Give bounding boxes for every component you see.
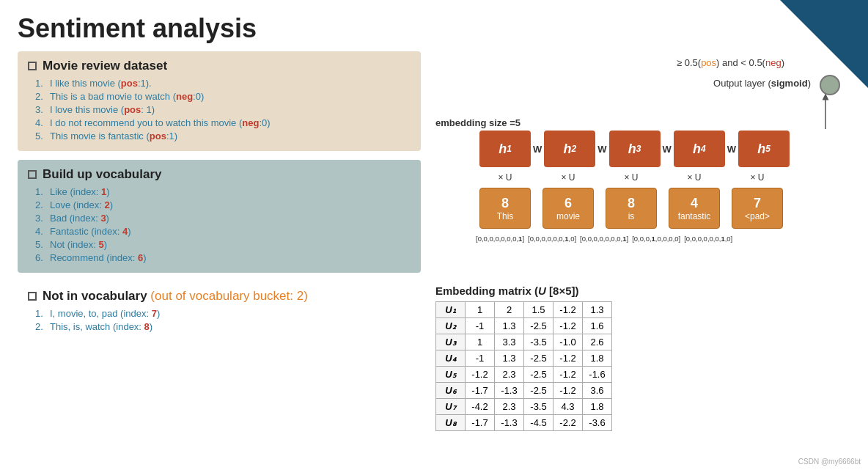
output-layer-label: Output layer (sigmoid) [713,78,811,89]
list-item: 4. Fantastic (index: 4) [35,226,411,237]
vocabulary-list: 1. Like (index: 1) 2. Love (index: 2) 3.… [28,186,411,263]
list-item: 2. This is a bad movie to watch (neg:0) [35,91,411,102]
nn-diagram: ≥ 0.5(pos) and < 0.5(neg) Output layer (… [435,51,850,279]
list-item: 1. I, movie, to, pad (index: 7) [35,308,411,319]
table-row: U₆-1.7-1.3-2.5-1.23.6 [436,383,612,399]
main-layout: Movie review dataset 1. I like this movi… [0,51,868,431]
table-row: U₂-11.3-2.5-1.21.6 [436,318,612,334]
table-row: U₅-1.22.3-2.5-1.2-1.6 [436,367,612,383]
h-boxes-row: h1 W h2 W h3 W h4 W h5 [479,131,790,167]
page-title: Sentiment analysis [0,0,868,51]
h2-box: h2 [544,131,595,167]
watermark: CSDN @my6666bt [798,458,861,466]
table-row: U₇-4.22.3-3.54.31.8 [436,399,612,415]
h3-box: h3 [609,131,661,167]
w-label-1: W [531,144,544,155]
w-label-4: W [725,144,738,155]
list-item: 5. This movie is fantastic (pos:1) [35,131,411,142]
w-label-2: W [595,144,608,155]
list-item: 6. Recommend (index: 6) [35,252,411,263]
word-box-pad: 7 <pad> [732,188,783,229]
word-box-fantastic: 4 fantastic [669,188,720,229]
not-in-vocab-section: Not in vocabulary (out of vocabulary buc… [18,282,421,342]
h1-box: h1 [479,131,531,167]
table-row: U₃13.3-3.5-1.02.6 [436,334,612,350]
xu-2: × U [542,172,594,183]
movie-review-section: Movie review dataset 1. I like this movi… [18,51,421,151]
embedding-matrix-section: Embedding matrix (U [8×5]) U₁121.5-1.21.… [435,284,850,431]
xu-4: × U [669,172,720,183]
vocabulary-title: Build up vocabulary [43,167,161,182]
h5-box: h5 [738,131,790,167]
sigmoid-node [820,75,840,95]
table-row: U₄-11.3-2.5-1.21.8 [436,350,612,367]
list-item: 4. I do not recommend you to watch this … [35,117,411,128]
section-checkbox-2 [28,170,37,179]
list-item: 2. This, is, watch (index: 8) [35,321,411,332]
xu-row: × U × U × U × U × U [479,172,783,183]
list-item: 3. I love this movie (pos: 1) [35,104,411,115]
onehot-2: [0,0,0,0,0,0,1,0] [528,235,576,243]
not-in-vocab-list: 1. I, movie, to, pad (index: 7) 2. This,… [28,308,411,332]
embedding-size-label: embedding size =5 [435,117,521,128]
vocabulary-section: Build up vocabulary 1. Like (index: 1) 2… [18,160,421,273]
right-column: ≥ 0.5(pos) and < 0.5(neg) Output layer (… [435,51,850,431]
h4-box: h4 [674,131,725,167]
vocabulary-header: Build up vocabulary [28,167,411,182]
movie-review-header: Movie review dataset [28,59,411,73]
movie-review-list: 1. I like this movie (pos:1). 2. This is… [28,78,411,142]
list-item: 5. Not (index: 5) [35,239,411,250]
onehot-1: [0,0,0,0,0,0,0,1] [476,235,524,243]
left-column: Movie review dataset 1. I like this movi… [18,51,421,431]
list-item: 3. Bad (index: 3) [35,213,411,224]
onehot-5: [0,0,0,0,0,0,1,0] [684,235,732,243]
xu-1: × U [479,172,531,183]
list-item: 1. Like (index: 1) [35,186,411,197]
list-item: 2. Love (index: 2) [35,199,411,210]
section-checkbox-3 [28,292,37,301]
not-in-vocab-header: Not in vocabulary (out of vocabulary buc… [28,289,411,304]
word-boxes-row: 8 This 6 movie 8 is 4 [479,188,783,229]
embedding-matrix-table: U₁121.5-1.21.3U₂-11.3-2.5-1.21.6U₃13.3-3… [435,301,612,431]
word-box-is: 8 is [606,188,657,229]
xu-5: × U [732,172,783,183]
onehot-3: [0,0,0,0,0,0,0,1] [580,235,628,243]
list-item: 1. I like this movie (pos:1). [35,78,411,89]
word-box-this: 8 This [479,188,531,229]
section-checkbox-1 [28,62,37,70]
w-label-3: W [661,144,674,155]
xu-3: × U [606,172,657,183]
not-in-vocab-title: Not in vocabulary (out of vocabulary buc… [43,289,308,304]
table-row: U₈-1.7-1.3-4.5-2.2-3.6 [436,415,612,431]
word-box-movie: 6 movie [542,188,594,229]
table-row: U₁121.5-1.21.3 [436,302,612,318]
sigmoid-arrow-svg [820,94,831,131]
onehot-vectors-row: [0,0,0,0,0,0,0,1] [0,0,0,0,0,0,1,0] [0,0… [476,235,732,243]
movie-review-title: Movie review dataset [43,59,167,73]
embedding-matrix-title: Embedding matrix (U [8×5]) [435,284,850,297]
onehot-4: [0,0,0,1,0,0,0,0] [632,235,680,243]
condition-label: ≥ 0.5(pos) and < 0.5(neg) [677,57,784,68]
